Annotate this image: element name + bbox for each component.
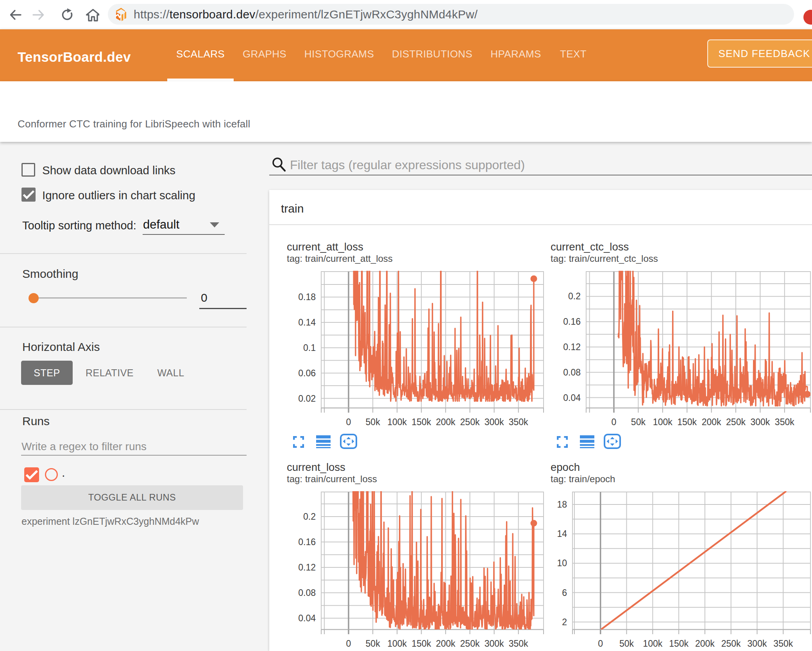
svg-text:100k: 100k	[653, 417, 672, 427]
svg-text:300k: 300k	[750, 417, 770, 427]
svg-text:50k: 50k	[619, 638, 634, 649]
svg-text:0.18: 0.18	[298, 292, 316, 302]
svg-text:18: 18	[557, 499, 567, 510]
svg-text:200k: 200k	[436, 638, 455, 649]
svg-text:350k: 350k	[775, 417, 794, 427]
svg-text:0.1: 0.1	[303, 343, 316, 353]
svg-text:0.16: 0.16	[298, 537, 316, 547]
svg-text:6: 6	[562, 588, 567, 598]
svg-text:0.08: 0.08	[563, 367, 581, 377]
svg-text:50k: 50k	[366, 638, 381, 649]
svg-text:0.08: 0.08	[298, 588, 316, 598]
svg-text:350k: 350k	[773, 638, 793, 649]
svg-text:0.2: 0.2	[568, 291, 581, 301]
svg-text:200k: 200k	[695, 638, 715, 649]
svg-text:200k: 200k	[702, 417, 721, 427]
svg-text:300k: 300k	[485, 638, 504, 649]
svg-text:250k: 250k	[460, 417, 480, 427]
svg-text:150k: 150k	[411, 417, 431, 427]
svg-text:0.16: 0.16	[563, 317, 581, 327]
svg-text:0.04: 0.04	[563, 393, 581, 403]
svg-text:200k: 200k	[436, 417, 455, 427]
svg-text:0.12: 0.12	[298, 562, 316, 572]
svg-text:250k: 250k	[460, 638, 480, 649]
svg-text:350k: 350k	[509, 638, 528, 649]
svg-text:150k: 150k	[677, 417, 697, 427]
svg-text:0: 0	[346, 417, 351, 427]
svg-text:300k: 300k	[485, 417, 504, 427]
svg-text:300k: 300k	[748, 638, 767, 649]
svg-text:0.2: 0.2	[303, 512, 316, 522]
svg-text:100k: 100k	[387, 417, 407, 427]
svg-text:0: 0	[598, 638, 603, 649]
svg-text:14: 14	[557, 529, 567, 539]
svg-text:0: 0	[346, 638, 351, 649]
svg-text:0.04: 0.04	[298, 613, 316, 623]
svg-text:250k: 250k	[726, 417, 746, 427]
svg-text:10: 10	[557, 558, 567, 568]
svg-text:0: 0	[612, 417, 617, 427]
svg-text:150k: 150k	[669, 638, 689, 649]
svg-text:0.14: 0.14	[298, 317, 316, 327]
svg-text:250k: 250k	[721, 638, 741, 649]
svg-text:0.12: 0.12	[563, 342, 581, 352]
svg-text:100k: 100k	[387, 638, 407, 649]
svg-text:150k: 150k	[411, 638, 431, 649]
svg-text:350k: 350k	[509, 417, 528, 427]
svg-text:100k: 100k	[643, 638, 662, 649]
svg-text:0.06: 0.06	[298, 368, 316, 378]
svg-text:2: 2	[562, 617, 567, 627]
svg-text:50k: 50k	[366, 417, 381, 427]
svg-text:50k: 50k	[631, 417, 646, 427]
svg-text:0.02: 0.02	[298, 393, 316, 404]
